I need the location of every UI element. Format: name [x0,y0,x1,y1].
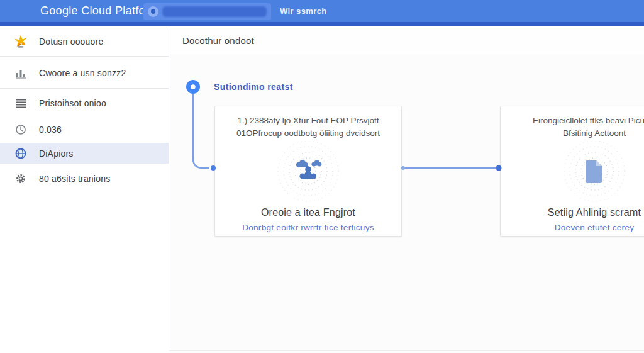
sidebar-divider [0,56,169,57]
sidebar-item-label: Dotusn ooouore [39,36,103,47]
clock-icon [13,123,29,136]
sidebar-divider [0,88,169,89]
dotted-rings-cloud-icon [267,141,349,204]
sidebar-item-label: 80 a6sits tranions [39,174,110,184]
redacted-search-text [162,6,267,17]
gear-icon [13,172,29,185]
sidebar-item-label: Cwoore a usn sonzz2 [39,68,126,78]
search-box[interactable] [143,3,271,20]
topbar-search-label[interactable]: Wir ssmrch [280,6,327,16]
list-lines-icon [13,97,29,109]
sidebar-item-label: Pristoihsot onioo [39,98,106,108]
sidebar: Dotusn ooouore Cwoore a usn sonzz2 [0,26,169,353]
starburst-logo-icon [13,33,29,50]
sidebar-item-clock[interactable]: 0.036 [0,120,169,140]
sidebar-item-chart[interactable]: Cwoore a usn sonzz2 [0,60,169,86]
step-heading: Sutiondimo reatst [214,82,293,92]
card-title: Setiig Ahlinig scramt [548,207,641,218]
dotted-rings-receipt-icon [553,141,635,204]
card-description: 1.) 2388aty ljo Xtur Fout EOP Prsvjott 0… [236,115,380,139]
card-link[interactable]: Donrbgt eoitkr rwrrtr fice terticuys [242,223,374,232]
page-title: Docothur ondoot [182,26,644,55]
sidebar-item-console[interactable]: Dotusn ooouore [0,29,169,54]
main-header: Docothur ondoot [170,26,644,55]
avatar-circle-icon [148,6,158,17]
card-billing-account[interactable]: Eirongieicllolet ttks beavi Picut O Bfsi… [500,106,644,237]
topbar-shadow-strip [0,22,644,26]
sidebar-item-list[interactable]: Pristoihsot onioo [0,93,169,113]
main-content: Docothur ondoot Sutiondimo reatst 1.) 23… [170,26,644,353]
sidebar-item-settings[interactable]: 80 a6sits tranions [0,169,169,189]
sidebar-item-label: DiApiors [39,148,74,159]
card-title: Oreoie a itea Fngjrot [261,207,355,218]
bar-chart-icon [13,67,29,79]
card-description: Eirongieicllolet ttks beavi Picut O Bfsi… [533,115,644,139]
app-title: Google Cloud Platform [40,4,158,18]
screen: Google Cloud Platform Wir ssmrch Dotusn … [0,0,644,353]
sidebar-item-label: 0.036 [39,125,62,135]
globe-icon [13,147,29,160]
card-link[interactable]: Doeven etutet cerey [555,223,635,232]
card-create-project[interactable]: 1.) 2388aty ljo Xtur Fout EOP Prsvjott 0… [214,106,402,237]
sidebar-item-active[interactable]: DiApiors [0,143,169,164]
